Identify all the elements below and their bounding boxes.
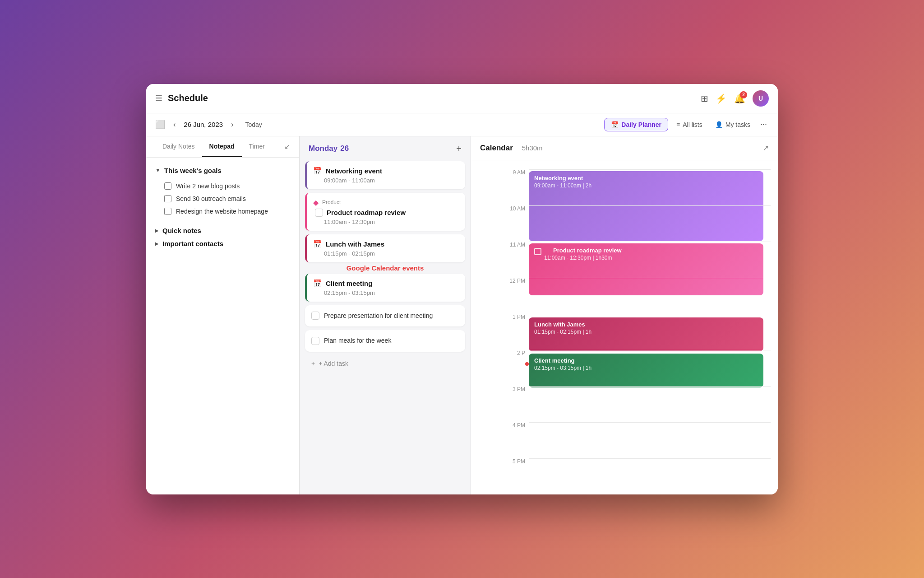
cal-event-lunch[interactable]: Lunch with James 01:15pm - 02:15pm | 1h bbox=[529, 317, 763, 353]
event-title: Networking event bbox=[326, 167, 382, 175]
cal-event-time-networking: 09:00am - 11:00am | 2h bbox=[534, 182, 758, 189]
time-row-11am: 11 AM Product roadmap review 11:00am - 1… bbox=[500, 242, 771, 278]
time-label-5pm: 5 PM bbox=[500, 458, 525, 465]
time-label-11am: 11 AM bbox=[500, 242, 525, 248]
diamond-icon: ◆ bbox=[313, 198, 319, 207]
left-panel: Daily Notes Notepad Timer ↙ ▼ This week'… bbox=[146, 136, 300, 494]
goal-label-1: Write 2 new blog posts bbox=[176, 182, 240, 190]
cal-event-time-lunch: 01:15pm - 02:15pm | 1h bbox=[534, 329, 758, 335]
time-label-2pm: 2 P bbox=[500, 350, 525, 356]
person-icon: 👤 bbox=[715, 121, 723, 128]
time-row-2pm: 2 P Client meeting 02:15pm - 03:15pm | 1… bbox=[500, 350, 771, 386]
panel-body: ▼ This week's goals Write 2 new blog pos… bbox=[146, 158, 299, 494]
goal-checkbox-1[interactable] bbox=[164, 182, 171, 190]
more-options-button[interactable]: ··· bbox=[758, 118, 769, 131]
event-top: 📅 Networking event bbox=[313, 167, 459, 175]
tab-notepad[interactable]: Notepad bbox=[202, 136, 242, 157]
important-contacts-section[interactable]: ▶ Important contacts bbox=[155, 240, 290, 247]
time-label-9am: 9 AM bbox=[500, 169, 525, 176]
my-tasks-button[interactable]: 👤 My tasks bbox=[711, 118, 755, 131]
task-checkbox-2[interactable] bbox=[311, 337, 319, 345]
list-item: Send 30 outreach emails bbox=[155, 192, 290, 205]
event-time: 09:00am - 11:00am bbox=[313, 177, 459, 184]
expand-arrow-icon: ▼ bbox=[155, 167, 161, 173]
calendar-expand-icon[interactable]: ↗ bbox=[763, 144, 769, 152]
event-time-4: 02:15pm - 03:15pm bbox=[313, 289, 459, 296]
events-list: 📅 Networking event 09:00am - 11:00am ◆ P… bbox=[300, 161, 471, 494]
title-bar: ☰ Schedule ⊞ ⚡ 🔔 2 U bbox=[146, 84, 778, 113]
event-top: 📅 Client meeting bbox=[313, 279, 459, 288]
event-card-product[interactable]: ◆ Product Product roadmap review 11:00am… bbox=[305, 193, 465, 231]
cal-event-title-networking: Networking event bbox=[534, 175, 758, 182]
calendar-event-icon: 📅 bbox=[313, 167, 322, 175]
calendar-event-icon-3: 📅 bbox=[313, 279, 322, 288]
quick-notes-section[interactable]: ▶ Quick notes bbox=[155, 227, 290, 234]
cal-event-client[interactable]: Client meeting 02:15pm - 03:15pm | 1h bbox=[529, 354, 763, 389]
day-header: Monday 26 + bbox=[300, 136, 471, 161]
important-contacts-title: Important contacts bbox=[162, 240, 223, 247]
main-content: Daily Notes Notepad Timer ↙ ▼ This week'… bbox=[146, 136, 778, 494]
collapsed-arrow-icon: ▶ bbox=[155, 228, 159, 233]
cal-event-title-product: Product roadmap review bbox=[544, 247, 622, 254]
time-label-3pm: 3 PM bbox=[500, 386, 525, 392]
current-date: 26 Jun, 2023 bbox=[184, 121, 223, 128]
sidebar-toggle-icon[interactable]: ⬜ bbox=[155, 120, 165, 130]
avatar[interactable]: U bbox=[753, 90, 769, 107]
event-category: Product bbox=[322, 199, 341, 205]
task-card-presentation[interactable]: Prepare presentation for client meeting bbox=[305, 305, 465, 327]
event-top: 📅 Lunch with James bbox=[313, 240, 459, 248]
event-card-lunch[interactable]: 📅 Lunch with James 01:15pm - 02:15pm bbox=[305, 234, 465, 262]
bolt-icon[interactable]: ⚡ bbox=[716, 93, 727, 104]
event-time-3: 01:15pm - 02:15pm bbox=[313, 250, 459, 257]
event-card-networking[interactable]: 📅 Networking event 09:00am - 11:00am bbox=[305, 161, 465, 189]
goal-checkbox-3[interactable] bbox=[164, 208, 171, 215]
event-card-client[interactable]: 📅 Client meeting 02:15pm - 03:15pm bbox=[305, 274, 465, 302]
grid-icon[interactable]: ⊞ bbox=[701, 93, 708, 104]
task-checkbox-1[interactable] bbox=[311, 312, 319, 320]
all-lists-button[interactable]: ≡ All lists bbox=[672, 118, 707, 131]
time-row-12pm: 12 PM bbox=[500, 278, 771, 314]
event-title-2: Product roadmap review bbox=[327, 209, 406, 216]
time-label-10am: 10 AM bbox=[500, 205, 525, 212]
panel-collapse-icon[interactable]: ↙ bbox=[284, 142, 290, 151]
task-title-1: Prepare presentation for client meeting bbox=[324, 312, 433, 321]
tab-daily-notes[interactable]: Daily Notes bbox=[155, 136, 202, 157]
today-button[interactable]: Today bbox=[241, 119, 265, 130]
calendar-title: Calendar bbox=[480, 144, 513, 153]
list-icon: ≡ bbox=[676, 121, 680, 128]
add-event-button[interactable]: + bbox=[456, 144, 462, 154]
event-top: ◆ Product bbox=[313, 198, 459, 207]
calendar-body: 9 AM Networking event 09:00am - 11:00am … bbox=[471, 160, 778, 494]
list-item: Redesign the website homepage bbox=[155, 205, 290, 218]
goal-checkbox-2[interactable] bbox=[164, 195, 171, 202]
notifications-button[interactable]: 🔔 2 bbox=[734, 93, 745, 104]
page-title: Schedule bbox=[168, 93, 208, 103]
right-panel: Calendar 5h30m ↗ 9 AM Networking event 0… bbox=[471, 136, 778, 494]
time-row-1pm: 1 PM Lunch with James 01:15pm - 02:15pm … bbox=[500, 314, 771, 350]
goal-label-2: Send 30 outreach emails bbox=[176, 195, 246, 202]
tab-timer[interactable]: Timer bbox=[242, 136, 272, 157]
event-checkbox[interactable] bbox=[315, 209, 323, 217]
time-row-4pm: 4 PM bbox=[500, 422, 771, 458]
goal-label-3: Redesign the website homepage bbox=[176, 208, 268, 215]
prev-date-button[interactable]: ‹ bbox=[171, 119, 178, 131]
day-name: Monday bbox=[309, 144, 337, 153]
weekly-goals-section[interactable]: ▼ This week's goals bbox=[155, 167, 290, 174]
time-grid: 9 AM Networking event 09:00am - 11:00am … bbox=[471, 160, 778, 494]
hamburger-icon[interactable]: ☰ bbox=[155, 93, 162, 103]
toolbar-right: 📅 Daily Planner ≡ All lists 👤 My tasks ·… bbox=[604, 118, 769, 131]
daily-planner-button[interactable]: 📅 Daily Planner bbox=[604, 118, 668, 131]
collapsed-arrow-icon-2: ▶ bbox=[155, 241, 159, 246]
event-time-2: 11:00am - 12:30pm bbox=[313, 219, 459, 225]
now-dot bbox=[525, 362, 529, 366]
next-date-button[interactable]: › bbox=[228, 119, 236, 131]
weekly-goals-title: This week's goals bbox=[164, 167, 222, 174]
add-task-label: + Add task bbox=[319, 360, 348, 367]
time-label-4pm: 4 PM bbox=[500, 422, 525, 429]
task-card-meals[interactable]: Plan meals for the week bbox=[305, 330, 465, 352]
calendar-header: Calendar 5h30m ↗ bbox=[471, 136, 778, 160]
add-task-row[interactable]: + + Add task bbox=[305, 355, 465, 372]
cal-event-checkbox[interactable] bbox=[534, 248, 541, 255]
time-row-10am: 10 AM bbox=[500, 205, 771, 242]
cal-event-title-client: Client meeting bbox=[534, 357, 758, 364]
